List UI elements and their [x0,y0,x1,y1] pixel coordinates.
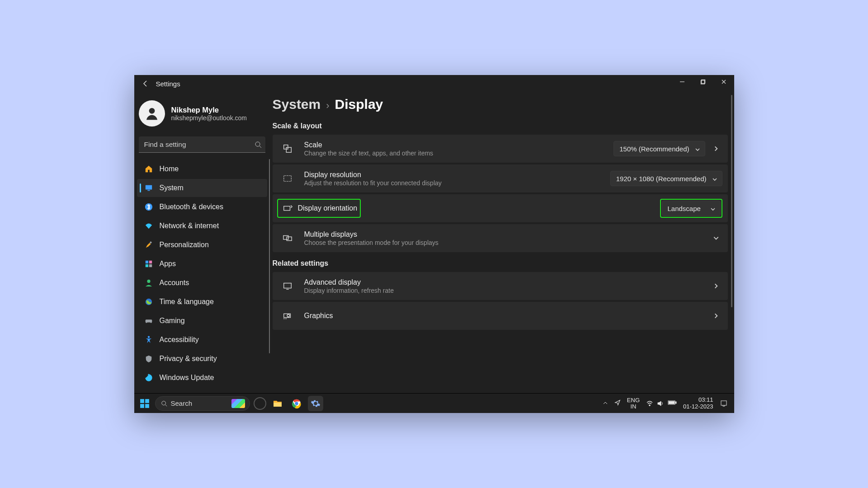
svg-rect-27 [145,404,149,408]
location-icon[interactable] [614,399,621,407]
svg-rect-21 [283,283,291,288]
sidebar-item-label: Bluetooth & devices [160,203,223,211]
user-profile[interactable]: Nikshep Myle nikshepmyle@outlook.com [134,97,270,132]
breadcrumb-parent[interactable]: System [273,97,321,112]
lang-secondary: IN [627,404,640,410]
svg-point-31 [295,402,298,405]
close-button[interactable] [713,75,734,89]
resolution-dropdown[interactable]: 868 × 488 (Recommended) [610,171,722,186]
navigate-arrow[interactable] [710,310,722,322]
sidebar-item-label: Accessibility [160,336,199,344]
breadcrumb: System › Display [273,96,728,115]
taskbar-app-settings[interactable] [308,396,323,411]
search-field[interactable] [144,141,255,149]
setting-card-graphics[interactable]: Graphics [273,302,728,330]
user-email: nikshepmyle@outlook.com [171,114,247,122]
volume-icon [657,400,664,407]
setting-card-scale[interactable]: Scale Change the size of text, apps, and… [273,135,728,163]
content: System › Display Scale & layout Scale Ch… [270,92,734,393]
svg-rect-16 [286,147,291,152]
chevron-down-icon [695,146,700,151]
person-icon [144,278,153,287]
gpu-icon [280,308,295,324]
apps-icon [144,259,153,268]
sidebar-item-personalization[interactable]: Personalization [137,236,267,254]
sidebar-item-home[interactable]: Home [137,160,267,178]
sidebar-item-label: Apps [160,260,176,268]
system-tray[interactable] [646,400,677,407]
orientation-icon [280,201,295,216]
setting-card-orientation[interactable]: Display orientation Landscape [273,194,728,222]
search-icon [255,141,262,148]
section-heading-scale: Scale & layout [273,122,728,130]
brush-icon [144,240,153,249]
home-icon [144,164,153,174]
setting-desc: Choose the presentation mode for your di… [304,239,439,246]
svg-rect-24 [140,399,144,403]
globe-icon [144,297,153,306]
scale-dropdown[interactable]: 150% (Recommended) [613,141,705,156]
sidebar-item-label: Home [160,165,179,173]
start-button[interactable] [138,397,151,410]
notifications-button[interactable] [720,399,728,408]
setting-desc: Change the size of text, apps, and other… [304,150,434,157]
back-button[interactable] [139,77,152,90]
sidebar-item-apps[interactable]: Apps [137,255,267,273]
content-scrollbar[interactable] [731,95,732,307]
setting-desc: Display information, refresh rate [304,287,394,294]
setting-title: Display orientation [298,204,358,212]
taskview-button[interactable] [254,397,266,410]
sidebar-item-label: Windows Update [160,374,214,382]
maximize-button[interactable] [693,75,713,89]
clock-date: 01-12-2023 [683,404,713,410]
taskbar-app-chrome[interactable] [289,396,304,411]
highlight-orientation-label: Display orientation [277,199,361,218]
section-heading-related: Related settings [273,259,728,267]
sidebar-item-time[interactable]: Time & language [137,293,267,311]
sidebar-item-bluetooth[interactable]: Bluetooth & devices [137,198,267,216]
svg-rect-19 [283,236,288,239]
tray-overflow[interactable] [603,400,608,407]
orientation-dropdown[interactable]: Landscape [662,201,721,216]
sidebar-item-privacy[interactable]: Privacy & security [137,350,267,368]
sidebar-item-network[interactable]: Network & internet [137,217,267,235]
svg-rect-26 [140,404,144,408]
clock[interactable]: 03:11 01-12-2023 [683,397,713,410]
setting-title: Scale [304,141,434,149]
setting-card-multiple[interactable]: Multiple displays Choose the presentatio… [273,224,728,252]
sidebar-item-accounts[interactable]: Accounts [137,274,267,292]
svg-point-23 [287,314,290,317]
search-input[interactable] [139,136,265,153]
setting-card-advanced[interactable]: Advanced display Display information, re… [273,272,728,300]
setting-card-resolution[interactable]: Display resolution Adjust the resolution… [273,164,728,192]
sidebar-item-label: System [160,184,184,192]
expand-chevron[interactable] [710,232,722,244]
minimize-button[interactable] [672,75,693,89]
wifi-icon [646,400,653,407]
chevron-down-icon [712,176,717,181]
svg-point-12 [147,280,150,283]
window-title: Settings [156,80,180,88]
sidebar-item-gaming[interactable]: Gaming [137,312,267,330]
sidebar-item-accessibility[interactable]: Accessibility [137,331,267,349]
svg-rect-29 [274,403,282,407]
svg-rect-10 [145,264,148,267]
expand-arrow[interactable] [710,142,722,155]
setting-title: Display resolution [304,171,442,179]
sidebar-item-label: Accounts [160,279,189,287]
svg-rect-9 [149,261,151,263]
sidebar-item-label: Network & internet [160,222,219,230]
sidebar-item-system[interactable]: System [137,179,267,197]
svg-rect-4 [145,185,151,190]
language-indicator[interactable]: ENG IN [627,397,640,409]
navigate-arrow[interactable] [710,280,722,292]
svg-point-3 [255,142,260,146]
svg-rect-15 [283,145,288,149]
sidebar-item-label: Personalization [160,241,209,249]
sidebar-item-label: Gaming [160,317,185,325]
settings-window: Settings Nikshep Myle nikshepmyle@outlo [134,75,734,413]
svg-rect-17 [283,176,291,182]
taskbar-app-explorer[interactable] [270,396,285,411]
taskbar-search[interactable]: Search [155,396,250,411]
sidebar-item-update[interactable]: Windows Update [137,369,267,387]
